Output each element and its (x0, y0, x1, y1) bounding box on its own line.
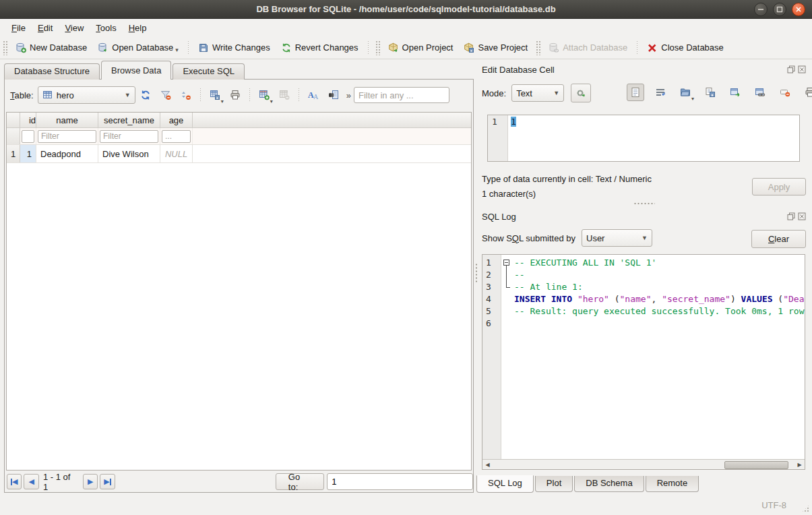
mode-combobox[interactable]: Text ▼ (511, 84, 564, 102)
print-cell-button[interactable] (801, 84, 812, 101)
tab-database-structure[interactable]: Database Structure (4, 63, 100, 80)
save-project-button[interactable]: Save Project (458, 40, 533, 56)
sql-gutter-numbers: 123456 (482, 255, 501, 459)
cell-secret-name[interactable]: Dive Wilson (98, 145, 160, 162)
export-table-button[interactable]: ▾ (206, 86, 224, 104)
delete-record-button[interactable] (276, 86, 293, 104)
menu-help[interactable]: Help (123, 21, 153, 35)
column-header-name[interactable]: name (36, 113, 98, 127)
dock-splitter[interactable] (633, 202, 655, 205)
bottom-tab-db-schema[interactable]: DB Schema (574, 476, 644, 492)
find-in-cells-button[interactable] (325, 86, 342, 104)
clear-sort-button[interactable] (177, 86, 195, 104)
open-in-external-button[interactable] (726, 84, 744, 101)
toolbar-separator (299, 88, 299, 102)
revert-changes-button[interactable]: Revert Changes (276, 40, 364, 56)
goto-button[interactable]: Go to: (276, 473, 325, 490)
set-null-button[interactable] (776, 84, 794, 101)
word-wrap-button[interactable] (652, 84, 669, 101)
row-header[interactable]: 1 (7, 145, 20, 162)
toolbar-grip[interactable] (3, 40, 7, 55)
sql-source-combobox[interactable]: User ▼ (582, 229, 652, 247)
menu-view[interactable]: View (59, 21, 90, 35)
goto-record-input[interactable] (327, 473, 473, 490)
bottom-tab-plot[interactable]: Plot (535, 476, 573, 492)
close-icon[interactable] (792, 3, 805, 16)
insert-record-button[interactable]: ▾ (255, 86, 273, 104)
text-mode-button[interactable] (627, 84, 644, 101)
sql-log-editor[interactable]: 123456 -- EXECUTING ALL IN 'SQL 1'---- A… (482, 254, 805, 470)
tab-execute-sql[interactable]: Execute SQL (173, 63, 245, 80)
write-changes-button[interactable]: Write Changes (193, 40, 276, 56)
record-range-label: 1 - 1 of 1 (43, 472, 77, 492)
grid-corner[interactable] (7, 113, 20, 127)
panel-splitter[interactable] (474, 61, 478, 493)
scroll-left-icon[interactable]: ◀ (482, 460, 493, 469)
encoding-indicator[interactable]: UTF-8 (761, 500, 786, 510)
open-database-button[interactable]: Open Database ▾ (92, 40, 184, 56)
menu-edit[interactable]: Edit (32, 21, 59, 35)
cell-id[interactable]: 1 (20, 145, 36, 162)
copy-link-button[interactable] (751, 84, 769, 101)
cell-name[interactable]: Deadpond (36, 145, 98, 162)
toolbar-overflow-icon[interactable]: » (346, 90, 351, 100)
cell-age[interactable]: NULL (160, 145, 193, 162)
clear-log-button[interactable]: Clear (751, 230, 806, 248)
open-project-button[interactable]: Open Project (383, 40, 459, 56)
size-grip[interactable] (801, 504, 810, 513)
column-header-age[interactable]: age (160, 113, 193, 127)
word-wrap-icon (655, 87, 666, 98)
filter-input-age[interactable] (162, 130, 191, 143)
bottom-tab-sql-log[interactable]: SQL Log (476, 475, 534, 493)
table-row: 1 1 Deadpond Dive Wilson NULL (7, 145, 471, 163)
dock-close-icon[interactable] (798, 212, 806, 220)
cell-editor-line-number: 1 (488, 115, 508, 161)
last-record-button[interactable]: ▶ (100, 474, 115, 489)
dock-close-icon[interactable] (798, 65, 806, 73)
scrollbar-thumb[interactable] (724, 461, 789, 469)
import-cell-button[interactable]: ▾ (677, 84, 694, 101)
auto-switch-mode-button[interactable] (571, 84, 591, 102)
dock-float-icon[interactable] (787, 65, 795, 73)
toolbar-grip[interactable] (375, 40, 380, 55)
sql-horizontal-scrollbar[interactable]: ◀ ▶ (482, 459, 805, 469)
cell-editor[interactable]: 1 1 (487, 115, 800, 162)
cell-editor-value[interactable]: 1 (511, 117, 516, 127)
chevron-down-icon[interactable]: ▾ (175, 47, 179, 53)
close-database-button[interactable]: Close Database (642, 40, 729, 56)
next-record-button[interactable]: ▶ (83, 474, 98, 489)
dock-float-icon[interactable] (787, 212, 795, 220)
toolbar-grip[interactable] (536, 40, 540, 55)
edit-display-format-button[interactable]: AA (305, 86, 322, 104)
export-cell-save-button[interactable] (701, 84, 719, 101)
filter-input-secret-name[interactable] (100, 130, 158, 143)
bottom-tab-remote[interactable]: Remote (646, 476, 699, 492)
menu-file[interactable]: File (5, 21, 32, 35)
filter-input-name[interactable] (38, 130, 96, 143)
attach-database-button: Attach Database (543, 40, 633, 56)
maximize-icon[interactable] (773, 3, 786, 16)
scroll-right-icon[interactable]: ▶ (794, 460, 805, 469)
refresh-button[interactable] (137, 86, 154, 104)
previous-record-button[interactable]: ◀ (24, 474, 38, 489)
new-database-button[interactable]: New Database (10, 40, 92, 56)
filter-any-column-input[interactable] (354, 87, 449, 103)
filter-input-id[interactable] (22, 130, 34, 143)
column-header-id[interactable]: id (20, 113, 36, 127)
minimize-icon[interactable] (754, 3, 768, 16)
export-window-icon (730, 87, 741, 98)
fold-minus-icon[interactable] (503, 260, 509, 266)
first-record-button[interactable]: ◀ (7, 474, 22, 489)
sql-source-combobox-value: User (586, 233, 604, 243)
clear-filters-button[interactable] (157, 86, 175, 104)
table-combobox[interactable]: hero ▼ (38, 86, 135, 104)
font-icon: AA (308, 90, 319, 100)
print-icon (230, 90, 241, 100)
title-bar[interactable]: DB Browser for SQLite - /home/user/code/… (0, 0, 812, 19)
apply-button[interactable]: Apply (752, 178, 806, 195)
column-header-secret-name[interactable]: secret_name (98, 113, 160, 127)
menu-tools[interactable]: Tools (90, 21, 122, 35)
print-button[interactable] (226, 86, 244, 104)
tab-browse-data[interactable]: Browse Data (101, 61, 171, 80)
insert-record-icon (259, 90, 270, 100)
